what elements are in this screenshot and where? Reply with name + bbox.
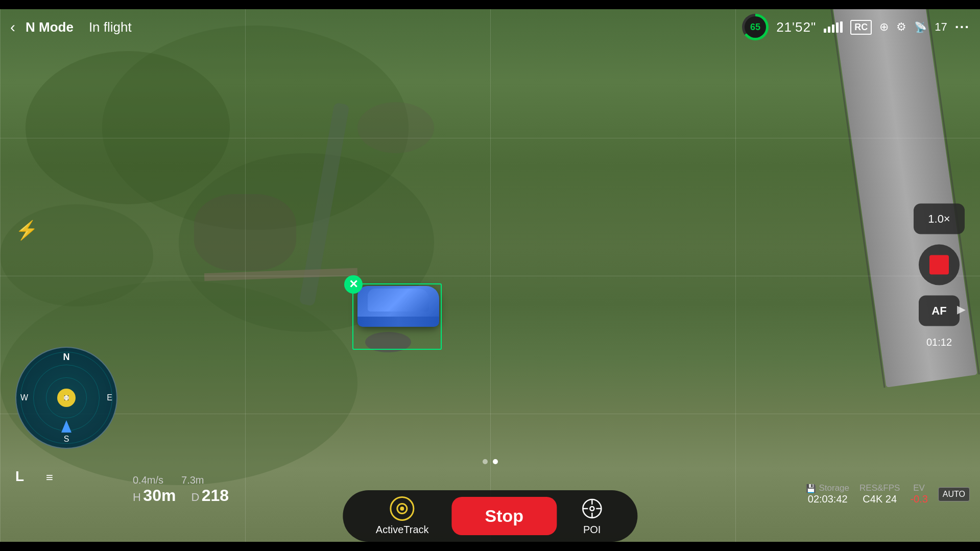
ev-stat: EV -0.3: [910, 483, 927, 505]
center-dot: [64, 395, 69, 400]
active-track-label: ActiveTrack: [376, 524, 429, 536]
auto-label: AUTO: [943, 490, 965, 498]
signal-bar-4: [836, 22, 839, 33]
stop-button[interactable]: Stop: [452, 497, 557, 535]
flight-data: 0.4m/s 7.3m H 30m D 218: [133, 474, 229, 505]
stop-label: Stop: [485, 506, 524, 525]
compass-south: S: [64, 435, 69, 444]
right-arrow-icon[interactable]: ▶: [957, 303, 966, 316]
auto-badge[interactable]: AUTO: [938, 487, 970, 501]
back-button[interactable]: ‹: [10, 18, 15, 36]
battery-percent: 65: [750, 22, 760, 33]
signal-bar-1: [824, 29, 826, 33]
recording-timer: 01:12: [926, 336, 952, 348]
black-bar-bottom: [0, 542, 980, 551]
distance-small-value: 7.3m: [181, 474, 204, 486]
distance-value: 218: [202, 486, 229, 505]
resolution-value: C4K 24: [863, 493, 897, 505]
satellite-icon: 📡: [914, 21, 927, 33]
record-icon: [929, 255, 949, 274]
af-label: AF: [931, 304, 946, 317]
resolution-stat: RES&FPS C4K 24: [859, 483, 900, 505]
page-dot-1: [483, 459, 488, 464]
distance-label: D: [191, 491, 199, 504]
compass-east: E: [107, 393, 112, 402]
mode-label: N Mode: [26, 19, 74, 35]
signal-bar-5: [840, 21, 843, 33]
signal-indicator: [824, 21, 843, 33]
record-button[interactable]: [919, 244, 960, 285]
battery-indicator: 65: [742, 14, 769, 40]
zoom-button[interactable]: 1.0×: [914, 203, 965, 234]
bottom-controls: ActiveTrack Stop POI: [343, 490, 637, 542]
bottom-right-stats: 💾 Storage 02:03:42 RES&FPS C4K 24 EV -0.…: [806, 483, 970, 505]
signal-bar-2: [828, 27, 830, 33]
svg-point-1: [590, 507, 594, 511]
top-hud: ‹ N Mode In flight 65 21'52" RC ⊕ ⚙ 📡 17: [0, 9, 980, 45]
compass: N S E W H: [15, 347, 117, 449]
storage-value: 02:03:42: [808, 493, 848, 505]
ev-value: -0.3: [910, 493, 927, 505]
af-button[interactable]: AF: [919, 295, 960, 326]
page-dots: [483, 459, 498, 464]
l-indicator: L: [15, 468, 24, 485]
poi-label: POI: [583, 524, 601, 536]
menu-bars-icon[interactable]: ≡: [46, 470, 53, 485]
height-label: H: [133, 491, 141, 504]
more-button[interactable]: ···: [955, 19, 970, 35]
signal-bar-3: [832, 25, 834, 33]
storage-icon: 💾: [806, 484, 816, 493]
rc-label: RC: [850, 20, 872, 35]
height-value: 30m: [143, 486, 176, 505]
camera-view: [0, 0, 980, 551]
resolution-label: RES&FPS: [859, 483, 900, 493]
active-track-button[interactable]: ActiveTrack: [358, 496, 447, 536]
close-icon: ✕: [349, 279, 358, 290]
compass-north: N: [63, 352, 70, 363]
gimbal-icon[interactable]: ⊕: [879, 20, 889, 34]
settings-icon[interactable]: ⚙: [896, 20, 906, 34]
tracking-box: ✕: [352, 283, 442, 350]
right-controls: 1.0× AF 01:12: [914, 203, 965, 348]
compass-west: W: [20, 393, 28, 402]
storage-label: Storage: [819, 483, 849, 493]
tracking-cancel-button[interactable]: ✕: [344, 275, 363, 294]
flight-timer: 21'52": [776, 19, 816, 35]
poi-icon: [580, 496, 604, 521]
ev-label: EV: [913, 483, 925, 493]
direction-arrow: [61, 420, 71, 433]
storage-stat: 💾 Storage 02:03:42: [806, 483, 849, 505]
poi-button[interactable]: POI: [562, 496, 622, 536]
page-dot-2: [493, 459, 498, 464]
black-bar-top: [0, 0, 980, 9]
flight-status: In flight: [89, 19, 132, 35]
top-right-controls: 65 21'52" RC ⊕ ⚙ 📡 17 ···: [742, 14, 970, 40]
return-home-icon[interactable]: ⚡: [15, 220, 38, 241]
speed-value: 0.4m/s: [133, 474, 163, 486]
zoom-label: 1.0×: [928, 212, 950, 225]
active-track-icon: [390, 496, 415, 521]
satellite-count: 17: [935, 20, 947, 34]
